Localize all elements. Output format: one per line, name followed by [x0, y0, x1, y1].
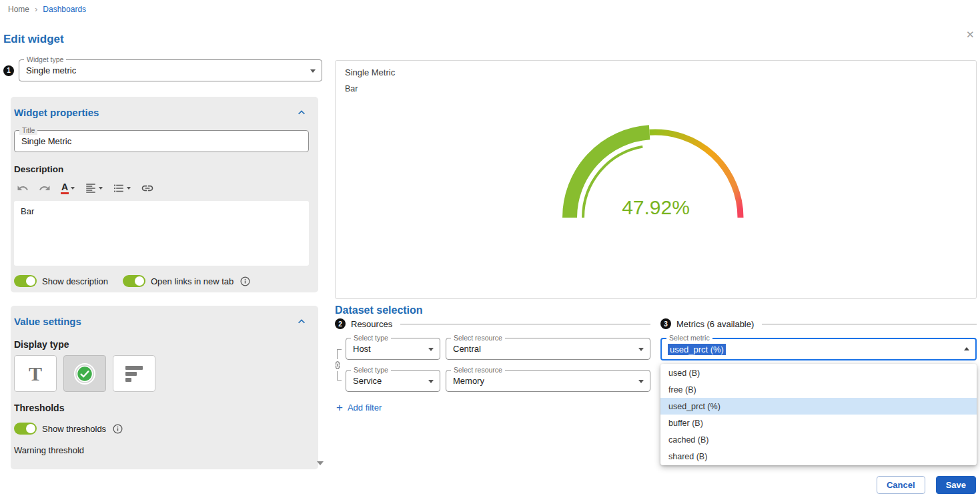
- collapse-widget-properties-button[interactable]: [294, 105, 309, 119]
- value-settings-heading: Value settings: [14, 316, 81, 327]
- chevron-down-icon: [310, 69, 316, 73]
- select-resource-value: Memory: [453, 376, 484, 386]
- add-filter-label: Add filter: [348, 403, 382, 413]
- info-icon: [113, 424, 123, 434]
- display-type-gauge-button[interactable]: [63, 355, 106, 392]
- show-thresholds-toggle[interactable]: [14, 423, 37, 435]
- select-metric-label: Select metric: [666, 334, 712, 342]
- redo-icon: [39, 182, 51, 194]
- close-button[interactable]: ✕: [966, 29, 975, 39]
- open-links-info-button[interactable]: [240, 276, 250, 286]
- chevron-down-icon: [428, 348, 434, 351]
- title-input[interactable]: [15, 136, 308, 146]
- cancel-button[interactable]: Cancel: [877, 476, 925, 494]
- chevron-up-icon: [295, 105, 308, 119]
- resources-section: 2 Resources Select type Host Select reso…: [335, 318, 650, 413]
- metric-option[interactable]: used (B): [660, 364, 977, 381]
- list-button[interactable]: [110, 181, 133, 196]
- open-links-label: Open links in new tab: [151, 276, 233, 286]
- text-color-icon: A: [61, 182, 69, 194]
- metric-option[interactable]: buffer (B): [660, 415, 977, 431]
- dataset-selection-heading: Dataset selection: [335, 304, 423, 316]
- metrics-label: Metrics (6 available): [676, 319, 754, 329]
- select-resource-label: Select resource: [451, 366, 505, 375]
- display-type-bar-button[interactable]: [113, 355, 155, 392]
- resource-type-select-1[interactable]: Select type Host: [346, 338, 440, 360]
- link-icon: [141, 182, 154, 195]
- text-color-button[interactable]: A: [58, 181, 77, 196]
- step-3-badge: 3: [660, 318, 671, 329]
- redo-button[interactable]: [36, 181, 53, 196]
- undo-icon: [17, 182, 29, 194]
- page-title: Edit widget: [3, 33, 64, 46]
- title-field-label: Title: [19, 126, 37, 135]
- chevron-down-icon: [638, 348, 644, 351]
- widget-properties-heading: Widget properties: [14, 107, 99, 118]
- breadcrumb: Home › Dashboards: [8, 4, 86, 14]
- bulleted-list-icon: [113, 182, 125, 194]
- breadcrumb-separator-icon: ›: [35, 4, 37, 14]
- open-links-toggle[interactable]: [123, 275, 145, 287]
- widget-type-label: Widget type: [24, 55, 66, 64]
- gauge-value-text: 47.92%: [622, 196, 690, 218]
- select-type-label: Select type: [351, 334, 391, 342]
- metric-select[interactable]: Select metric used_prct (%): [660, 338, 977, 360]
- chevron-up-icon: [295, 314, 308, 328]
- resource-row: Select type Service Select resource Memo…: [346, 370, 650, 392]
- thresholds-label: Thresholds: [14, 403, 309, 413]
- widget-type-select[interactable]: Widget type Single metric: [19, 59, 322, 81]
- chevron-down-icon: [428, 380, 434, 383]
- bar-chart-icon: [125, 366, 143, 382]
- show-description-toggle[interactable]: [14, 275, 37, 287]
- resource-select-2[interactable]: Select resource Memory: [446, 370, 650, 392]
- collapse-value-settings-button[interactable]: [294, 314, 309, 328]
- text-display-icon: T: [29, 364, 42, 384]
- richtext-toolbar: A: [14, 181, 309, 196]
- title-field-wrap: Title: [14, 130, 309, 152]
- save-button[interactable]: Save: [936, 476, 976, 494]
- chevron-up-icon: [964, 347, 969, 350]
- align-left-icon: [85, 182, 97, 194]
- breadcrumb-dashboards[interactable]: Dashboards: [43, 5, 86, 14]
- description-editor[interactable]: Bar: [14, 201, 309, 266]
- divider: [400, 324, 650, 324]
- chevron-down-icon: [127, 187, 131, 190]
- widget-preview-panel: Single Metric Bar 47.92%: [335, 60, 977, 299]
- info-icon: [240, 276, 250, 286]
- undo-button[interactable]: [14, 181, 31, 196]
- select-resource-value: Central: [453, 344, 481, 354]
- select-type-label: Select type: [351, 366, 391, 375]
- widget-type-row: 1 Widget type Single metric: [3, 59, 322, 81]
- metric-option[interactable]: used_prct (%): [660, 398, 977, 415]
- step-1-badge: 1: [3, 65, 14, 76]
- resource-select-1[interactable]: Select resource Central: [446, 338, 650, 360]
- thresholds-info-button[interactable]: [113, 424, 123, 434]
- select-resource-label: Select resource: [451, 334, 505, 342]
- metrics-section: 3 Metrics (6 available) Select metric us…: [660, 318, 977, 360]
- scroll-down-arrow[interactable]: [317, 461, 324, 465]
- chevron-down-icon: [638, 380, 644, 383]
- plus-icon: +: [336, 402, 343, 413]
- chevron-down-icon: [71, 187, 75, 190]
- metric-option[interactable]: shared (B): [660, 448, 977, 465]
- resources-label: Resources: [351, 319, 392, 329]
- resource-type-select-2[interactable]: Select type Service: [346, 370, 440, 392]
- warning-threshold-label: Warning threshold: [14, 445, 309, 455]
- widget-properties-panel: Widget properties Title Description A: [11, 97, 318, 292]
- metric-option[interactable]: free (B): [660, 381, 977, 398]
- display-type-text-button[interactable]: T: [14, 355, 57, 392]
- gauge-selected-check-icon: [73, 362, 96, 385]
- preview-description: Bar: [345, 84, 967, 93]
- breadcrumb-home[interactable]: Home: [8, 5, 29, 14]
- link-button[interactable]: [138, 181, 157, 196]
- link-rows-icon: [332, 359, 342, 371]
- divider: [762, 324, 977, 324]
- metric-option[interactable]: cached (B): [660, 431, 977, 448]
- widget-type-value: Single metric: [26, 65, 76, 75]
- select-metric-value: used_prct (%): [668, 344, 726, 355]
- step-2-badge: 2: [335, 318, 346, 329]
- display-type-label: Display type: [14, 339, 309, 350]
- metric-dropdown: used (B) free (B) used_prct (%) buffer (…: [660, 364, 977, 465]
- align-button[interactable]: [82, 181, 105, 196]
- add-filter-button[interactable]: + Add filter: [336, 402, 650, 413]
